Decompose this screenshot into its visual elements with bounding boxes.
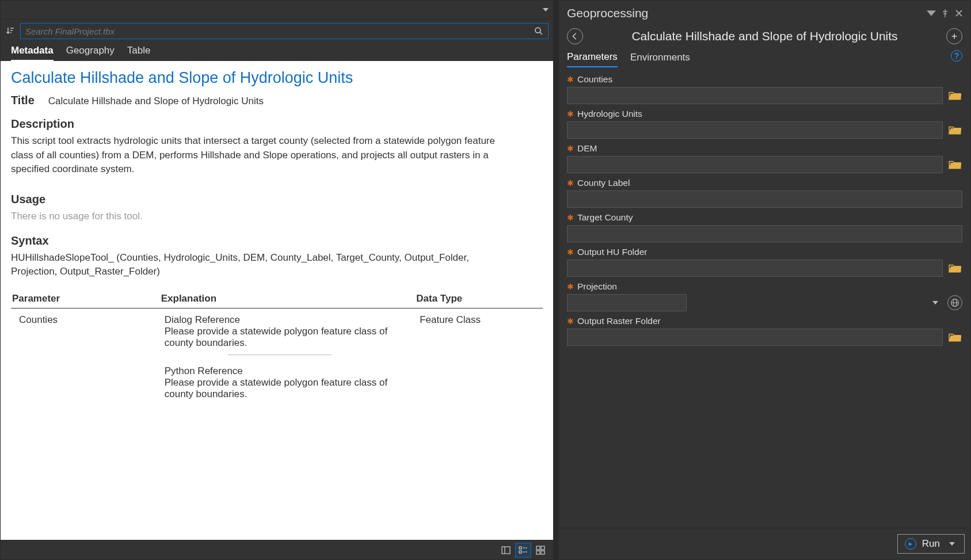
catalog-pane: Metadata Geography Table Calculate Hills… [0, 0, 554, 560]
svg-rect-3 [519, 547, 521, 549]
search-input[interactable] [25, 26, 534, 36]
description-text: This script tool extracts hydrologic uni… [11, 134, 512, 177]
pane-divider[interactable] [554, 0, 558, 560]
view-tiles-button[interactable] [532, 543, 549, 558]
param-input[interactable] [567, 121, 943, 139]
svg-rect-6 [541, 546, 544, 550]
param-output-raster-folder: ✱ Output Raster Folder [567, 315, 962, 346]
param-county-label: ✱ County Label [567, 177, 962, 208]
param-label-text: Target County [577, 212, 633, 223]
help-icon[interactable]: ? [951, 50, 962, 62]
metadata-content[interactable]: Calculate Hillshade and Slope of Hydrolo… [1, 61, 553, 540]
tab-parameters[interactable]: Parameters [567, 51, 618, 67]
left-footer [1, 540, 553, 559]
search-row [1, 20, 553, 43]
param-label-text: Hydrologic Units [577, 109, 642, 119]
right-tabs: Parameters Environments ? [559, 51, 970, 67]
tab-environments[interactable]: Environments [630, 52, 690, 67]
title-label: Title [11, 94, 35, 107]
cell-param: Counties [11, 308, 160, 416]
metadata-area: Calculate Hillshade and Slope of Hydrolo… [1, 61, 553, 540]
table-row: Counties Dialog Reference Please provide… [11, 308, 543, 416]
param-target-county: ✱ Target County [567, 211, 962, 242]
th-explanation: Explanation [160, 289, 416, 308]
browse-button[interactable] [947, 89, 962, 102]
param-label-text: Projection [577, 281, 617, 292]
run-button[interactable]: Run [897, 534, 965, 554]
param-label-text: DEM [577, 143, 597, 154]
param-input[interactable] [567, 191, 962, 208]
panel-title: Geoprocessing [567, 6, 648, 20]
dropdown-icon[interactable] [932, 300, 938, 306]
svg-rect-4 [519, 551, 521, 553]
param-input[interactable] [567, 225, 962, 242]
open-batch-button[interactable] [946, 28, 962, 44]
param-output-hu-folder: ✱ Output HU Folder [567, 246, 962, 277]
right-footer: Run [559, 528, 970, 559]
parameter-table: Parameter Explanation Data Type Counties… [11, 289, 543, 416]
required-icon: ✱ [567, 214, 574, 222]
browse-button[interactable] [947, 124, 962, 136]
param-counties: ✱ Counties [567, 73, 962, 104]
pane-menu-dropdown[interactable] [542, 6, 550, 14]
svg-marker-10 [932, 301, 938, 304]
browse-button[interactable] [947, 262, 962, 275]
required-icon: ✱ [567, 248, 574, 256]
python-ref-text: Please provide a statewide polygon featu… [165, 377, 395, 400]
pane-options-icon[interactable] [927, 9, 936, 18]
th-datatype: Data Type [415, 289, 543, 308]
svg-marker-9 [927, 10, 936, 16]
tab-metadata[interactable]: Metadata [11, 45, 54, 61]
required-icon: ✱ [567, 75, 574, 83]
search-icon[interactable] [534, 26, 543, 36]
required-icon: ✱ [567, 283, 574, 291]
tab-table[interactable]: Table [127, 45, 151, 61]
svg-marker-14 [949, 542, 955, 546]
title-value: Calculate Hillshade and Slope of Hydrolo… [48, 96, 264, 107]
param-input[interactable] [567, 329, 943, 346]
syntax-text: HUHillshadeSlopeTool_ (Counties, Hydrolo… [11, 251, 512, 279]
usage-label: Usage [11, 193, 543, 206]
param-label-text: Output Raster Folder [577, 316, 661, 326]
select-coord-system-button[interactable] [947, 295, 962, 310]
left-topbar [1, 1, 553, 20]
param-input[interactable] [567, 294, 687, 311]
dialog-ref-label: Dialog Reference [165, 314, 395, 326]
svg-marker-13 [909, 542, 912, 546]
cell-datatype: Feature Class [415, 308, 543, 416]
param-label-text: Counties [577, 74, 612, 85]
run-label: Run [922, 538, 940, 550]
tool-title: Calculate Hillshade and Slope of Hydrolo… [583, 29, 946, 43]
param-input[interactable] [567, 156, 943, 173]
svg-rect-8 [541, 551, 544, 554]
geoprocessing-pane: Geoprocessing Calculate Hillshade and Sl… [558, 0, 971, 560]
svg-rect-2 [502, 547, 510, 554]
view-list-button[interactable] [515, 543, 531, 558]
param-input[interactable] [567, 87, 943, 104]
required-icon: ✱ [567, 144, 574, 153]
search-box[interactable] [20, 23, 549, 39]
browse-button[interactable] [947, 331, 962, 344]
th-parameter: Parameter [11, 289, 160, 308]
svg-rect-7 [536, 551, 540, 554]
usage-text: There is no usage for this tool. [11, 209, 512, 224]
python-ref-label: Python Reference [165, 365, 395, 377]
run-dropdown-icon[interactable] [949, 541, 955, 547]
close-icon[interactable] [954, 9, 964, 18]
required-icon: ✱ [567, 110, 574, 118]
view-details-button[interactable] [498, 543, 514, 558]
required-icon: ✱ [567, 317, 574, 325]
description-label: Description [11, 117, 543, 131]
pin-icon[interactable] [940, 9, 950, 18]
sort-button[interactable] [4, 25, 17, 37]
dialog-ref-text: Please provide a statewide polygon featu… [165, 326, 395, 349]
geoprocessing-header: Geoprocessing [559, 1, 970, 24]
browse-button[interactable] [947, 158, 962, 171]
param-input[interactable] [567, 260, 943, 277]
param-label-text: County Label [577, 178, 630, 188]
back-button[interactable] [567, 28, 583, 44]
svg-point-1 [535, 28, 540, 33]
parameters-list: ✱ Counties ✱ Hydrologic Units ✱ DEM ✱ Co… [559, 67, 970, 528]
tool-title-row: Calculate Hillshade and Slope of Hydrolo… [559, 24, 970, 51]
tab-geography[interactable]: Geography [66, 45, 115, 61]
